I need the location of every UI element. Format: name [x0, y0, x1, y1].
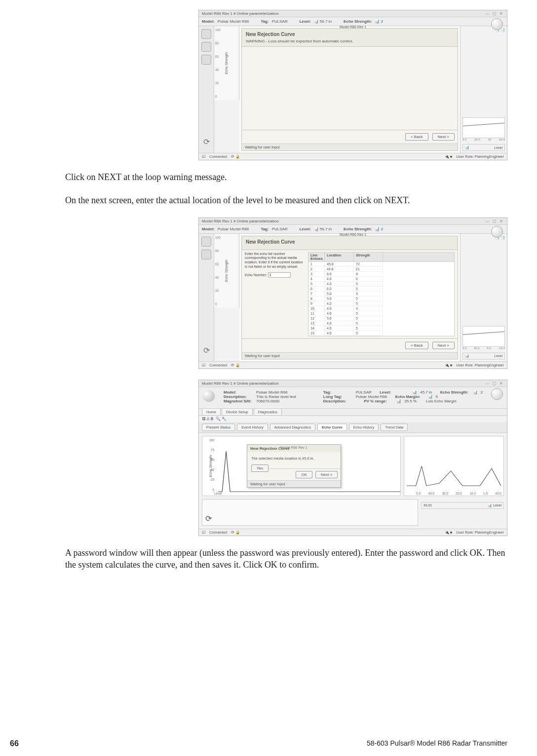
tab-present-status[interactable]: Present Status	[202, 424, 235, 431]
right-preview-panel: 📑 📑 0.0 20.0 40 60.0 📊 Level	[460, 26, 507, 153]
echo-curve-chart-right: 0.0 40.0 30.0 20.0 10.0 1.0 40.0	[404, 436, 504, 496]
instruction-paragraph-1: Click on NEXT at the loop warning messag…	[54, 171, 507, 183]
tab-echo-curve[interactable]: Echo Curve	[317, 424, 347, 431]
tab-device-setup[interactable]: Device Setup	[222, 408, 253, 416]
back-button[interactable]: < Back	[405, 342, 428, 349]
confirm-dialog: New Rejection Curve Model R86 Rev 1 The …	[247, 444, 341, 488]
back-button[interactable]: < Back	[405, 133, 428, 141]
table-row[interactable]: 75.05	[308, 291, 454, 296]
table-row[interactable]: 66.05	[308, 287, 454, 291]
mini-readout: 📊 Level	[462, 144, 505, 151]
ok-button[interactable]: OK	[296, 471, 312, 478]
echo-badge: 📊 2	[375, 19, 383, 24]
readout-label: Level	[494, 146, 502, 149]
window-titlebar: Model R86 Rev 1 # Online parameterizatio…	[199, 10, 507, 17]
home-icon[interactable]	[201, 237, 211, 247]
table-row[interactable]: 125.05	[308, 316, 454, 321]
yes-button[interactable]: Yes	[251, 465, 268, 472]
screenshot-1: Model R86 Rev 1 # Online parameterizatio…	[198, 10, 507, 160]
screenshot-3: Model R86 Rev 1 # Online parameterizatio…	[198, 380, 507, 536]
screenshot-2: Model R86 Rev 1 # Online parameterizatio…	[198, 217, 507, 369]
right-preview-panel: 📑 📑 0.040.05.0-10.0 📊 Level	[460, 234, 507, 361]
col-location: Location	[325, 252, 354, 261]
table-row[interactable]: 85.05	[308, 296, 454, 301]
mini-plot	[462, 117, 505, 138]
refresh-icon[interactable]: ⟳	[205, 514, 212, 523]
user-role: User Role: PlanningEngineer	[456, 154, 504, 159]
window-controls[interactable]: — ▢ ✕	[486, 11, 504, 16]
header-bar: Model:Pulsar Model R86 Tag:PULSAR Model …	[199, 17, 507, 26]
next-button[interactable]: Next >	[432, 342, 455, 349]
echo-number-input[interactable]	[268, 272, 291, 278]
table-row[interactable]: 134.05	[308, 321, 454, 326]
sub-tabs: Present Status Event History Advanced Di…	[199, 422, 507, 433]
page-footer: 66 58-603 Pulsar® Model R86 Radar Transm…	[0, 739, 537, 748]
table-row[interactable]: 54.05	[308, 282, 454, 287]
app-statusbar: ☑ Connected ⟳ 🔒 🔌 ■ User Role: PlanningE…	[199, 153, 507, 160]
tab-adv-diag[interactable]: Advanced Diagnostics	[270, 424, 315, 431]
sidebar: ⟳	[199, 26, 214, 153]
wizard-instruction: Enter the echo list number corresponding…	[245, 252, 304, 269]
save-icon[interactable]	[201, 250, 211, 259]
wizard-warning: WARNING - Loss should be expected from a…	[246, 39, 454, 43]
y-axis-ticks: 100 80 60 40 20 0	[215, 28, 221, 98]
table-row[interactable]: 244.821	[308, 267, 454, 272]
app-statusbar: ☑ Connected ⟳ 🔒 🔌 ■ User Role: PlanningE…	[199, 361, 507, 368]
mini-plot	[462, 326, 505, 347]
table-row[interactable]: 38.08	[308, 272, 454, 277]
instruction-paragraph-3: A password window will then appear (unle…	[54, 547, 507, 572]
refresh-icon[interactable]: ⟳	[201, 346, 211, 356]
left-echo-chart: Echo Strength 100 80 60 40 20 0	[214, 26, 239, 100]
brand-logo	[491, 388, 503, 400]
brand-logo	[491, 18, 503, 30]
wizard-panel: New Rejection Curve WARNING - Loss shoul…	[241, 28, 458, 151]
next-button[interactable]: Next >	[315, 471, 338, 478]
tag-value: PULSAR	[272, 19, 288, 24]
echo-number-label: Echo Number:	[245, 273, 267, 277]
tab-home[interactable]: Home	[202, 408, 221, 416]
home-icon[interactable]	[201, 42, 211, 52]
refresh-icon[interactable]: ⟳	[201, 137, 211, 147]
table-row[interactable]: 94.05	[308, 301, 454, 306]
brand-logo	[491, 226, 503, 238]
tab-echo-history[interactable]: Echo History	[349, 424, 379, 431]
window-controls[interactable]: — ▢ ✕	[486, 381, 504, 386]
tab-event-history[interactable]: Event History	[237, 424, 268, 431]
table-row[interactable]: 44.06	[308, 277, 454, 282]
table-row[interactable]: 144.05	[308, 326, 454, 331]
echo-key: Echo Strength:	[344, 19, 372, 24]
left-echo-chart: Echo Strength 100 80 60 40 20 0	[214, 234, 239, 308]
tab-trend-data[interactable]: Trend Data	[381, 424, 408, 431]
table-row[interactable]: 145.072	[308, 262, 454, 267]
echo-curve-chart-left: 100 75 50 40 20 5 Echo Strength Level Ne…	[202, 436, 401, 496]
window-titlebar: Model R86 Rev 1 # Online parameterizatio…	[199, 380, 507, 387]
window-controls[interactable]: — ▢ ✕	[486, 219, 504, 223]
window-titlebar: Model R86 Rev 1 # Online parameterizatio…	[199, 218, 507, 225]
mini-readout: 📊 Level	[462, 353, 505, 360]
echo-table[interactable]: Line Echoes Location Strength 145.072244…	[308, 252, 455, 336]
model-key: Model:	[202, 19, 215, 24]
page-number: 66	[10, 739, 19, 748]
chart-icon: 📊	[465, 145, 469, 149]
connected-label: Connected	[209, 154, 227, 159]
col-strength: Strength	[354, 252, 383, 261]
wizard-title: New Rejection Curve	[246, 239, 454, 245]
footer-doc-title: 58-603 Pulsar® Model R86 Radar Transmitt…	[367, 739, 507, 748]
header-grid: Model:Pulsar Model R86 Description:This …	[199, 387, 507, 409]
table-row[interactable]: 114.05	[308, 311, 454, 316]
save-icon[interactable]	[201, 55, 211, 65]
next-button[interactable]: Next >	[432, 133, 455, 141]
tab-diagnostics[interactable]: Diagnostics	[254, 408, 282, 416]
table-row[interactable]: 154.05	[308, 331, 454, 336]
table-row[interactable]: 104.04	[308, 306, 454, 311]
dialog-status: Waiting for user input	[247, 480, 341, 487]
sidebar: ⟳	[199, 234, 214, 361]
wizard-panel: New Rejection Curve Enter the echo list …	[241, 236, 458, 360]
tag-key: Tag:	[261, 19, 268, 24]
sidebar-tool-icon[interactable]	[201, 29, 211, 39]
wizard-title: New Rejection Curve	[246, 32, 454, 37]
device-icon	[203, 390, 215, 402]
y-axis-label: Echo Strength	[225, 52, 228, 74]
dialog-subtitle: Model R86 Rev 1	[281, 446, 307, 449]
wizard-status: Waiting for user input	[242, 352, 458, 359]
